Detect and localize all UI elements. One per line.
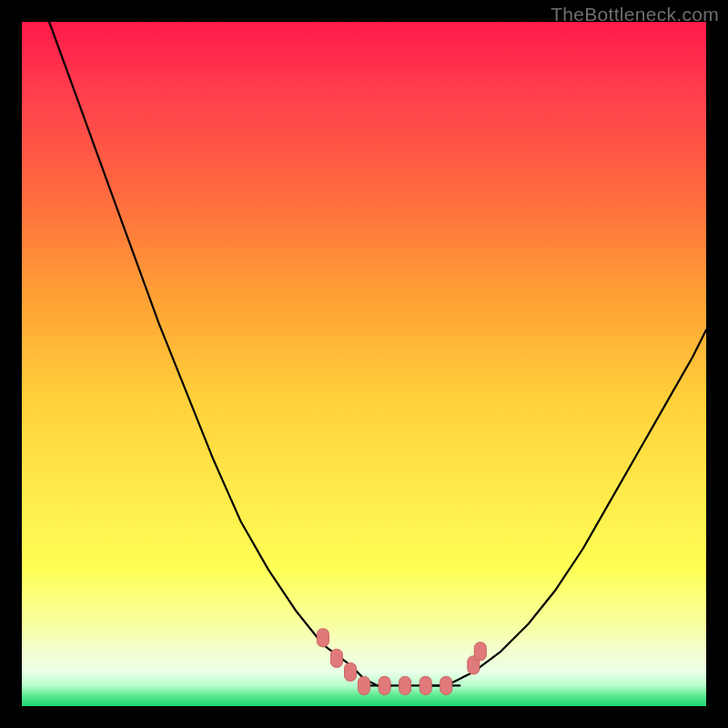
series-left-branch (49, 22, 391, 685)
marker-point (379, 676, 390, 694)
marker-point (317, 629, 329, 647)
watermark-text: TheBottleneck.com (551, 4, 719, 25)
marker-point (474, 642, 486, 661)
marker-point (330, 649, 342, 667)
marker-point (420, 676, 431, 694)
chart-frame: TheBottleneck.com (0, 0, 728, 728)
marker-point (399, 676, 411, 694)
marker-point (359, 676, 370, 694)
series-right-branch (432, 329, 706, 685)
marker-group (317, 629, 486, 695)
curve-layer (22, 22, 706, 706)
marker-point (440, 676, 452, 694)
series-group (49, 22, 706, 685)
marker-point (345, 662, 357, 681)
